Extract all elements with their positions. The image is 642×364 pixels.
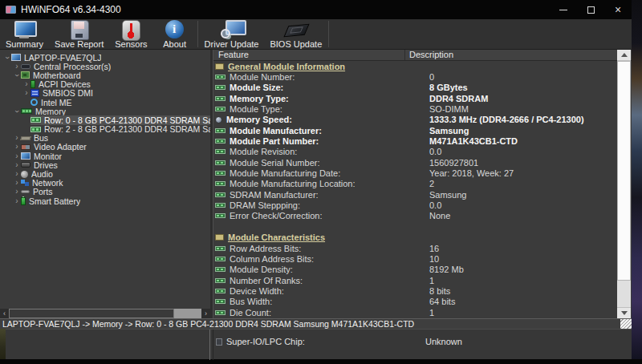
tree-item-drives[interactable]: ›Drives [0,160,210,169]
feature-label: Number Of Ranks: [230,276,303,285]
monitor-icon [21,152,30,160]
tree-item-acpi-devices[interactable]: ›ACPI Devices [0,80,210,89]
chevron-right-icon[interactable]: › [13,134,21,142]
tree-item-video-adapter[interactable]: ›Video Adapter [0,143,210,152]
feature-row-die-count[interactable]: Die Count:1 [213,307,617,317]
chevron-right-icon[interactable]: › [22,80,30,88]
feature-value: M471A1K43CB1-CTD [429,136,518,146]
chevron-right-icon[interactable]: › [13,170,21,178]
chevron-down-icon[interactable]: › [13,71,21,79]
ram-icon [215,139,226,144]
tree-item-monitor[interactable]: ›Monitor [0,152,210,160]
tree-item-content: Monitor [21,152,210,160]
tree-item-smart-battery[interactable]: ›Smart Battery [0,196,210,205]
feature-row-memory-type[interactable]: Memory Type:DDR4 SDRAM [213,93,617,103]
ram-icon [215,96,226,101]
feature-value: 0.0 [429,200,441,210]
chevron-right-icon[interactable]: › [13,188,21,196]
tree-item-memory[interactable]: ›Memory [0,107,210,115]
tree-item-label: Audio [31,169,53,179]
maximize-button[interactable] [577,0,604,19]
feature-row-sdram-manufacturer[interactable]: SDRAM Manufacturer:Samsung [213,189,617,200]
horizontal-scrollbar-track[interactable] [174,309,201,318]
column-header-description[interactable]: Description [405,50,453,60]
feature-row-general-module-information[interactable]: General Module Information [213,61,617,71]
chevron-right-icon[interactable]: › [13,197,21,205]
feature-label: SDRAM Manufacturer: [230,190,319,200]
scroll-down-button[interactable] [617,307,631,318]
tree-item-central-processor-s[interactable]: ›Central Processor(s) [0,62,210,71]
tree-item-smbios-dmi[interactable]: ›SMBIOS DMI [0,89,210,98]
feature-row-module-serial-number[interactable]: Module Serial Number:1560927801 [213,157,617,168]
vertical-scrollbar-thumb[interactable] [617,61,631,281]
tree-item-laptop-fvae7qlj[interactable]: ›LAPTOP-FVAE7QLJ [0,53,210,62]
video-adapter-icon [21,144,30,150]
chevron-right-icon[interactable]: › [22,89,30,97]
tree-item-intel-me[interactable]: Intel ME [0,98,210,107]
tree-item-audio[interactable]: ›Audio [0,169,210,178]
tree-item-motherboard[interactable]: ›Motherboard [0,71,210,79]
toolbar: SummarySave ReportSensorsAboutDriver Upd… [0,19,632,50]
feature-row-number-of-ranks[interactable]: Number Of Ranks:1 [213,275,617,285]
ram-icon [215,107,226,111]
scroll-left-button[interactable]: ‹ [0,309,9,318]
horizontal-scrollbar-thumb[interactable] [9,309,174,318]
tree-item-network[interactable]: ›Network [0,179,210,188]
toolbar-button-sensors[interactable]: Sensors [109,19,152,49]
tree-item-bus[interactable]: ›Bus [0,134,210,143]
tree-item-label: Row: 0 - 8 GB PC4-21300 DDR4 SDRAM Samsu… [44,115,210,125]
feature-row-row-address-bits[interactable]: Row Address Bits:16 [213,243,617,253]
chevron-right-icon[interactable]: › [13,161,21,169]
feature-value: 0 [429,72,434,82]
chevron-down-icon[interactable]: › [3,54,11,62]
main-area: ›LAPTOP-FVAE7QLJ›Central Processor(s)›Mo… [0,50,632,318]
feature-row-error-check-correction[interactable]: Error Check/Correction:None [213,211,617,221]
toolbar-button-driver-update[interactable]: Driver Update [199,19,265,49]
toolbar-button-label: Summary [6,39,43,49]
feature-row-dram-steppping[interactable]: DRAM Steppping:0.0 [213,200,617,210]
feature-row-module-density[interactable]: Module Density:8192 Mb [213,265,617,275]
chevron-right-icon[interactable]: › [13,63,21,71]
tree-item-row-2-8-gb-pc4-21300-ddr4-sdram-samsung-m471a[interactable]: Row: 2 - 8 GB PC4-21300 DDR4 SDRAM Samsu… [0,125,210,134]
device-tree-panel: ›LAPTOP-FVAE7QLJ›Central Processor(s)›Mo… [0,50,210,318]
toolbar-button-summary[interactable]: Summary [0,19,49,49]
feature-row-memory-speed[interactable]: Memory Speed:1333.3 MHz (DDR4-2666 / PC4… [213,115,617,125]
feature-value: Samsung [429,126,469,135]
scroll-up-button[interactable] [617,50,631,61]
toolbar-button-bios-update[interactable]: BIOS Update [264,19,327,49]
chevron-right-icon[interactable]: › [13,152,21,160]
feature-row-device-width[interactable]: Device Width:8 bits [213,285,617,296]
chevron-right-icon[interactable]: › [13,179,21,187]
close-button[interactable]: × [604,0,632,19]
feature-row-module-part-number[interactable]: Module Part Number:M471A1K43CB1-CTD [213,135,617,146]
feature-row-module-manufacturer[interactable]: Module Manufacturer:Samsung [213,125,617,135]
feature-row-bus-width[interactable]: Bus Width:64 bits [213,297,617,307]
toolbar-button-save-report[interactable]: Save Report [49,19,109,49]
ram-icon [215,171,226,176]
feature-row-module-revision[interactable]: Module Revision:0.0 [213,147,617,157]
toolbar-button-label: BIOS Update [270,39,322,49]
tree-item-row-0-8-gb-pc4-21300-ddr4-sdram-samsung-m471a[interactable]: Row: 0 - 8 GB PC4-21300 DDR4 SDRAM Samsu… [0,115,210,124]
feature-row-module-type[interactable]: Module Type:SO-DIMM [213,103,617,114]
vertical-scrollbar[interactable] [617,50,631,318]
feature-row-module-manufacturing-location[interactable]: Module Manufacturing Location:2 [213,179,617,189]
tree-horizontal-scrollbar[interactable]: ‹ › [0,309,210,318]
column-header-feature[interactable]: Feature [213,50,405,60]
minimize-button[interactable] [550,0,577,19]
feature-row-module-manufacturing-date[interactable]: Module Manufacturing Date:Year: 2018, We… [213,168,617,178]
tree-item-content: Network [21,179,210,188]
feature-row-module-number[interactable]: Module Number:0 [213,71,617,82]
tree-item-ports[interactable]: ›Ports [0,188,210,196]
feature-row-column-address-bits[interactable]: Column Address Bits:10 [213,253,617,264]
feature-row-module-size[interactable]: Module Size:8 GBytes [213,83,617,93]
feature-row-module-characteristics[interactable]: Module Characteristics [213,233,617,243]
chevron-down-icon[interactable]: › [13,107,21,115]
scroll-right-button[interactable]: › [201,309,210,318]
tree-item-label: Memory [35,107,66,116]
feature-label: Module Revision: [230,147,297,156]
chevron-right-icon[interactable]: › [13,143,21,151]
super-io-row[interactable]: Super-IO/LPC Chip: [216,337,305,346]
feature-label: DRAM Steppping: [230,200,300,210]
maximize-icon [587,6,595,14]
toolbar-button-about[interactable]: About [153,19,197,49]
